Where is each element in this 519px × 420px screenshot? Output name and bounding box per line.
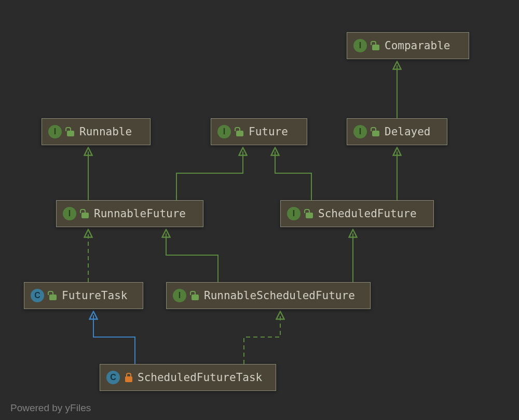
node-futuretask[interactable]: C FutureTask xyxy=(24,282,143,309)
node-runnable[interactable]: I Runnable xyxy=(42,118,151,145)
node-label: Future xyxy=(249,125,288,138)
unlock-icon xyxy=(81,209,89,218)
node-label: FutureTask xyxy=(62,289,127,302)
class-icon: C xyxy=(106,371,120,384)
edge-scheduledfuturetask-futuretask xyxy=(93,315,135,364)
diagram-canvas: I Comparable I Runnable I Future I Delay… xyxy=(0,0,519,420)
node-label: RunnableScheduledFuture xyxy=(204,289,355,302)
interface-icon: I xyxy=(217,125,231,138)
edge-runnablefuture-future xyxy=(176,151,243,200)
node-delayed[interactable]: I Delayed xyxy=(347,118,447,145)
unlock-icon xyxy=(372,127,379,136)
node-scheduledfuture[interactable]: I ScheduledFuture xyxy=(280,200,434,227)
lock-icon xyxy=(125,373,132,382)
unlock-icon xyxy=(67,127,74,136)
node-label: ScheduledFuture xyxy=(318,207,417,220)
node-future[interactable]: I Future xyxy=(211,118,307,145)
unlock-icon xyxy=(306,209,313,218)
interface-icon: I xyxy=(353,39,367,52)
unlock-icon xyxy=(49,291,57,300)
footer-attribution: Powered by yFiles xyxy=(10,402,91,414)
node-label: Delayed xyxy=(385,125,431,138)
node-scheduledfuturetask[interactable]: C ScheduledFutureTask xyxy=(100,364,276,391)
interface-icon: I xyxy=(48,125,62,138)
node-comparable[interactable]: I Comparable xyxy=(347,32,469,59)
edge-scheduledfuture-future xyxy=(275,151,311,200)
interface-icon: I xyxy=(173,289,186,302)
node-runnablescheduledfuture[interactable]: I RunnableScheduledFuture xyxy=(166,282,371,309)
interface-icon: I xyxy=(287,207,301,220)
edge-runnablescheduledfuture-runnablefuture xyxy=(166,233,218,282)
node-runnablefuture[interactable]: I RunnableFuture xyxy=(56,200,203,227)
node-label: Comparable xyxy=(385,39,450,52)
interface-icon: I xyxy=(353,125,367,138)
unlock-icon xyxy=(372,41,379,50)
node-label: ScheduledFutureTask xyxy=(138,371,262,384)
unlock-icon xyxy=(236,127,243,136)
node-label: RunnableFuture xyxy=(94,207,186,220)
interface-icon: I xyxy=(63,207,76,220)
unlock-icon xyxy=(192,291,199,300)
node-label: Runnable xyxy=(79,125,132,138)
class-icon: C xyxy=(31,289,44,302)
edge-scheduledfuturetask-runnablescheduledfuture xyxy=(244,315,280,364)
